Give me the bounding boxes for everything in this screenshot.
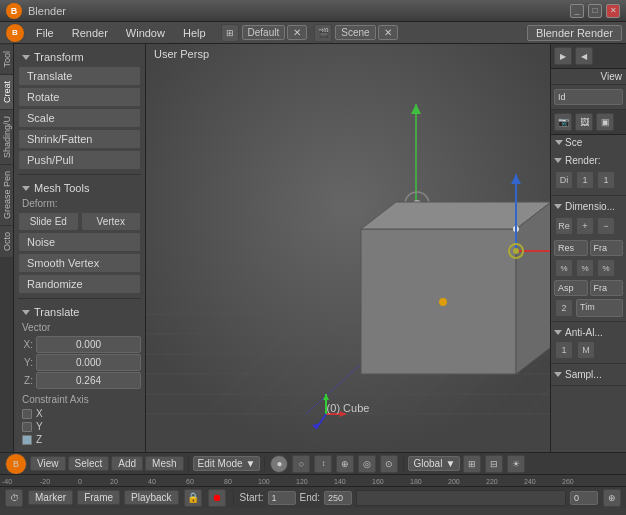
size-btn-2[interactable]: %	[576, 259, 594, 277]
proportional-btn[interactable]: ◎	[358, 455, 376, 473]
smooth-vertex-button[interactable]: Smooth Vertex	[18, 253, 141, 273]
output-icon[interactable]: ▣	[596, 113, 614, 131]
layout-close[interactable]: ✕	[287, 25, 307, 40]
menu-file[interactable]: File	[28, 25, 62, 41]
solid-mode-btn[interactable]: ●	[270, 455, 288, 473]
select-btn[interactable]: Select	[68, 456, 110, 471]
snap-btn[interactable]: ⊕	[336, 455, 354, 473]
randomize-button[interactable]: Randomize	[18, 274, 141, 294]
tab-octo[interactable]: Octo	[0, 225, 13, 257]
z-value[interactable]: 0.264	[36, 372, 141, 389]
menu-window[interactable]: Window	[118, 25, 173, 41]
viewport-type-icon[interactable]: B	[5, 453, 27, 475]
camera-icon[interactable]: 📷	[554, 113, 572, 131]
start-field[interactable]: 1	[268, 491, 296, 505]
sampl-triangle	[554, 372, 562, 377]
di-btn[interactable]: Di	[555, 171, 573, 189]
tim-field[interactable]: Tim	[576, 299, 623, 317]
re-btn[interactable]: Re	[555, 217, 573, 235]
minus-btn[interactable]: −	[597, 217, 615, 235]
sampl-title: Sampl...	[554, 367, 623, 382]
id-field[interactable]: Id	[554, 89, 623, 105]
y-value[interactable]: 0.000	[36, 354, 141, 371]
constraint-y-label: Y	[36, 421, 43, 432]
constraint-y-checkbox[interactable]	[22, 422, 32, 432]
minimize-button[interactable]: _	[570, 4, 584, 18]
svg-text:140: 140	[334, 478, 346, 485]
constraint-z-checkbox[interactable]	[22, 435, 32, 445]
fra-field[interactable]: Fra	[590, 240, 624, 256]
sidebar-nav-btn[interactable]: ◀	[575, 47, 593, 65]
noise-button[interactable]: Noise	[18, 232, 141, 252]
res-field[interactable]: Res	[554, 240, 588, 256]
asp-field[interactable]: Asp	[554, 280, 588, 296]
global-dropdown[interactable]: Global ▼	[408, 456, 460, 471]
record-icon[interactable]: ⏺	[208, 489, 226, 507]
vertex-button[interactable]: Vertex	[81, 212, 142, 231]
tab-tools[interactable]: Tool	[0, 44, 13, 74]
scene-close[interactable]: ✕	[378, 25, 398, 40]
translate-button[interactable]: Translate	[18, 66, 141, 86]
render-section: Render: Di 1 1	[551, 150, 626, 196]
maximize-button[interactable]: □	[588, 4, 602, 18]
timeline-type-icon[interactable]: ⏱	[5, 489, 23, 507]
pushpull-button[interactable]: Push/Pull	[18, 150, 141, 170]
playback-btn[interactable]: Playback	[124, 490, 179, 505]
wireframe-btn[interactable]: ○	[292, 455, 310, 473]
layer-btn-2[interactable]: ⊟	[485, 455, 503, 473]
prop-type-btn[interactable]: ⊙	[380, 455, 398, 473]
render-num-1[interactable]: 1	[576, 171, 594, 189]
timeline-ruler[interactable]	[356, 490, 566, 506]
menu-help[interactable]: Help	[175, 25, 214, 41]
tab-grease[interactable]: Grease Pen	[0, 164, 13, 225]
menu-render[interactable]: Render	[64, 25, 116, 41]
layer-btn-1[interactable]: ⊞	[463, 455, 481, 473]
view-btn[interactable]: View	[30, 456, 66, 471]
plus-btn[interactable]: +	[576, 217, 594, 235]
layer-btn-3[interactable]: ☀	[507, 455, 525, 473]
m-btn[interactable]: M	[577, 341, 595, 359]
screen-layout-icon[interactable]: ⊞	[221, 24, 239, 42]
mode-dropdown[interactable]: Edit Mode ▼	[193, 456, 261, 471]
num1-btn[interactable]: 1	[555, 341, 573, 359]
transform-triangle	[22, 55, 30, 60]
tab-shading[interactable]: Shading/U	[0, 109, 13, 164]
scene-dropdown[interactable]: Scene	[335, 25, 375, 40]
constraint-y-row: Y	[22, 421, 137, 432]
id-section: Id	[551, 85, 626, 110]
num2-tim-row: 2 Tim	[554, 298, 623, 318]
size-btn-3[interactable]: %	[597, 259, 615, 277]
lock-icon[interactable]: 🔒	[184, 489, 202, 507]
viewport-3d[interactable]: User Persp	[146, 44, 550, 452]
x-value[interactable]: 0.000	[36, 336, 141, 353]
fra2-field[interactable]: Fra	[590, 280, 624, 296]
scene-icon[interactable]: 🎬	[314, 24, 332, 42]
render-icon[interactable]: 🖼	[575, 113, 593, 131]
end-field[interactable]: 250	[324, 491, 352, 505]
size-btn-1[interactable]: %	[555, 259, 573, 277]
add-btn[interactable]: Add	[111, 456, 143, 471]
dim-triangle	[554, 204, 562, 209]
tab-create[interactable]: Creat	[0, 74, 13, 109]
marker-btn[interactable]: Marker	[28, 490, 73, 505]
frame-field[interactable]: 0	[570, 491, 598, 505]
divider-2	[18, 298, 141, 299]
blender-icon-btn[interactable]: B	[5, 23, 25, 43]
mesh-btn[interactable]: Mesh	[145, 456, 183, 471]
manip-btn[interactable]: ↕	[314, 455, 332, 473]
sidebar-view-btn[interactable]: ▶	[554, 47, 572, 65]
scale-button[interactable]: Scale	[18, 108, 141, 128]
render-num-2[interactable]: 1	[597, 171, 615, 189]
close-button[interactable]: ✕	[606, 4, 620, 18]
num-2-btn[interactable]: 2	[555, 299, 573, 317]
rotate-button[interactable]: Rotate	[18, 87, 141, 107]
shrink-button[interactable]: Shrink/Fatten	[18, 129, 141, 149]
constraint-x-checkbox[interactable]	[22, 409, 32, 419]
timeline-end-icon[interactable]: ⊕	[603, 489, 621, 507]
sce-triangle	[555, 140, 563, 145]
slide-ed-button[interactable]: Slide Ed	[18, 212, 79, 231]
layout-dropdown[interactable]: Default	[242, 25, 286, 40]
mesh-tools-section-title: Mesh Tools	[18, 179, 141, 196]
vector-y-row: Y: 0.000	[18, 354, 141, 371]
frame-btn[interactable]: Frame	[77, 490, 120, 505]
